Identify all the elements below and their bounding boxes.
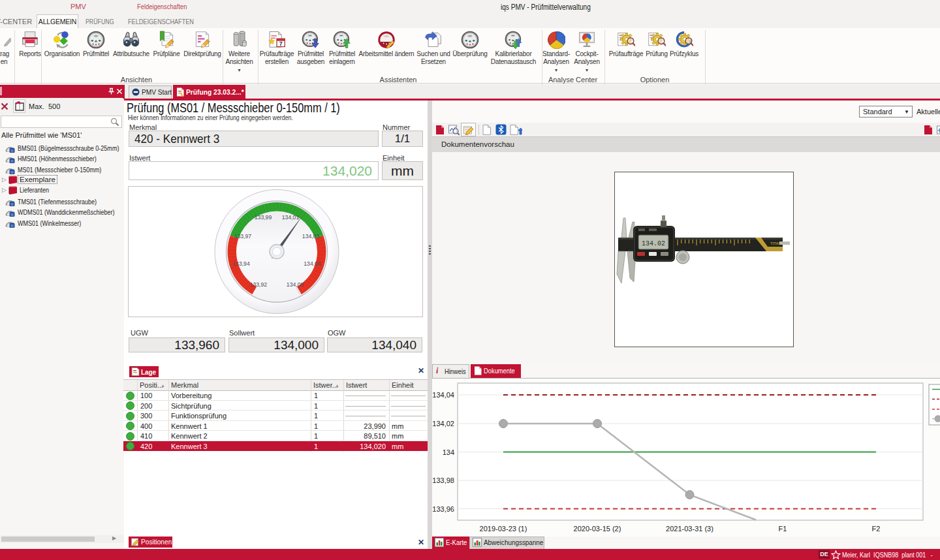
svg-text:134,01: 134,01 bbox=[282, 213, 300, 221]
svg-text:TITAN: TITAN bbox=[770, 241, 781, 245]
svg-text:133,96: 133,96 bbox=[432, 505, 454, 513]
svg-text:134,06: 134,06 bbox=[304, 260, 321, 267]
svg-text:F1: F1 bbox=[779, 525, 787, 533]
svg-text:F2: F2 bbox=[872, 525, 881, 533]
svg-text:133,94: 133,94 bbox=[232, 260, 250, 267]
svg-text:134,02: 134,02 bbox=[432, 420, 454, 428]
svg-text:133,97: 133,97 bbox=[234, 232, 252, 240]
svg-text:134,08: 134,08 bbox=[287, 281, 304, 288]
svg-text:133,98: 133,98 bbox=[432, 476, 454, 484]
svg-text:133,99: 133,99 bbox=[255, 213, 272, 221]
svg-text:134,03: 134,03 bbox=[302, 232, 320, 240]
svg-text:134: 134 bbox=[443, 448, 454, 456]
svg-text:2020-03-15 (2): 2020-03-15 (2) bbox=[574, 525, 621, 533]
svg-text:134,04: 134,04 bbox=[432, 391, 454, 399]
svg-text:133,92: 133,92 bbox=[250, 281, 268, 288]
svg-text:134.02: 134.02 bbox=[642, 240, 665, 247]
svg-text:2019-03-23 (1): 2019-03-23 (1) bbox=[480, 525, 527, 533]
svg-text:7: 7 bbox=[279, 40, 283, 47]
svg-text:2021-03-31 (3): 2021-03-31 (3) bbox=[666, 525, 713, 533]
